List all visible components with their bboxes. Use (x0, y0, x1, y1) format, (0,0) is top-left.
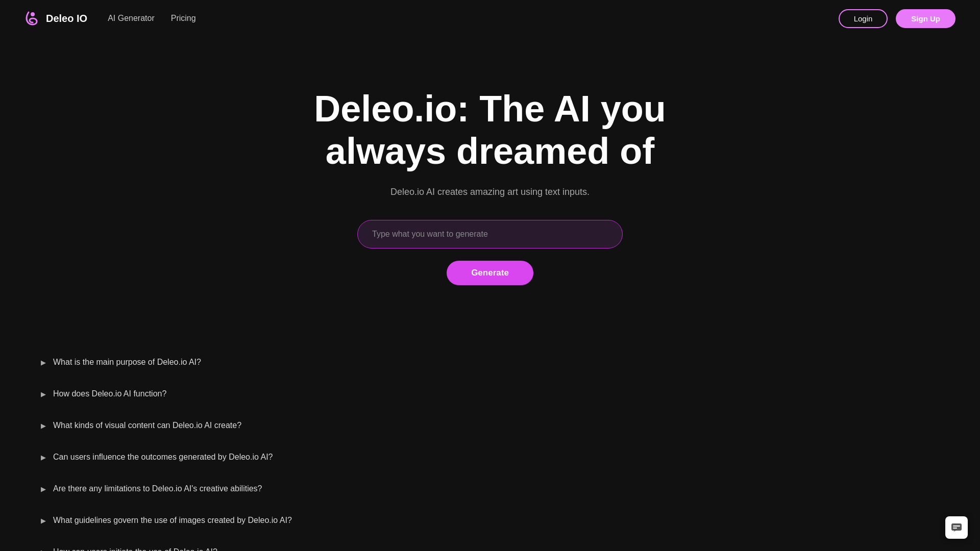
svg-point-0 (31, 12, 35, 16)
nav-right: Login Sign Up (839, 9, 955, 28)
faq-arrow-icon: ▶ (41, 548, 46, 551)
faq-arrow-icon: ▶ (41, 390, 46, 398)
faq-item[interactable]: ▶What guidelines govern the use of image… (41, 505, 470, 536)
faq-section: ▶What is the main purpose of Deleo.io AI… (0, 316, 510, 551)
login-button[interactable]: Login (839, 9, 888, 28)
svg-rect-3 (953, 528, 957, 529)
chat-icon (950, 521, 963, 534)
faq-question-text: How can users initiate the use of Deleo.… (53, 547, 217, 551)
svg-rect-2 (953, 525, 960, 527)
chat-widget[interactable] (945, 516, 968, 539)
faq-question-text: What guidelines govern the use of images… (53, 516, 292, 525)
logo-icon (24, 10, 41, 27)
nav-link-pricing[interactable]: Pricing (171, 14, 196, 23)
nav-link-ai-generator[interactable]: AI Generator (108, 14, 155, 23)
nav-left: Deleo IO AI Generator Pricing (24, 10, 196, 27)
hero-section: Deleo.io: The AI you always dreamed of D… (0, 37, 980, 316)
prompt-area (357, 220, 623, 248)
generate-button[interactable]: Generate (447, 261, 533, 285)
faq-arrow-icon: ▶ (41, 517, 46, 524)
hero-title: Deleo.io: The AI you always dreamed of (260, 88, 720, 172)
faq-question-text: What is the main purpose of Deleo.io AI? (53, 358, 201, 367)
logo-link[interactable]: Deleo IO (24, 10, 87, 27)
faq-item[interactable]: ▶Can users influence the outcomes genera… (41, 441, 470, 473)
hero-subtitle: Deleo.io AI creates amazing art using te… (390, 187, 590, 197)
faq-question-text: Can users influence the outcomes generat… (53, 453, 273, 462)
faq-item[interactable]: ▶Are there any limitations to Deleo.io A… (41, 473, 470, 505)
faq-arrow-icon: ▶ (41, 454, 46, 461)
faq-arrow-icon: ▶ (41, 422, 46, 430)
faq-item[interactable]: ▶What is the main purpose of Deleo.io AI… (41, 346, 470, 378)
faq-question-text: How does Deleo.io AI function? (53, 389, 166, 398)
faq-arrow-icon: ▶ (41, 485, 46, 493)
faq-item[interactable]: ▶What kinds of visual content can Deleo.… (41, 410, 470, 441)
nav-links: AI Generator Pricing (108, 14, 196, 23)
svg-rect-1 (951, 523, 962, 531)
navbar: Deleo IO AI Generator Pricing Login Sign… (0, 0, 980, 37)
prompt-input[interactable] (357, 220, 623, 248)
faq-question-text: Are there any limitations to Deleo.io AI… (53, 484, 262, 493)
logo-text: Deleo IO (46, 13, 87, 24)
signup-button[interactable]: Sign Up (896, 9, 955, 28)
faq-item[interactable]: ▶How can users initiate the use of Deleo… (41, 536, 470, 551)
faq-question-text: What kinds of visual content can Deleo.i… (53, 421, 241, 430)
faq-arrow-icon: ▶ (41, 359, 46, 366)
faq-item[interactable]: ▶How does Deleo.io AI function? (41, 378, 470, 410)
